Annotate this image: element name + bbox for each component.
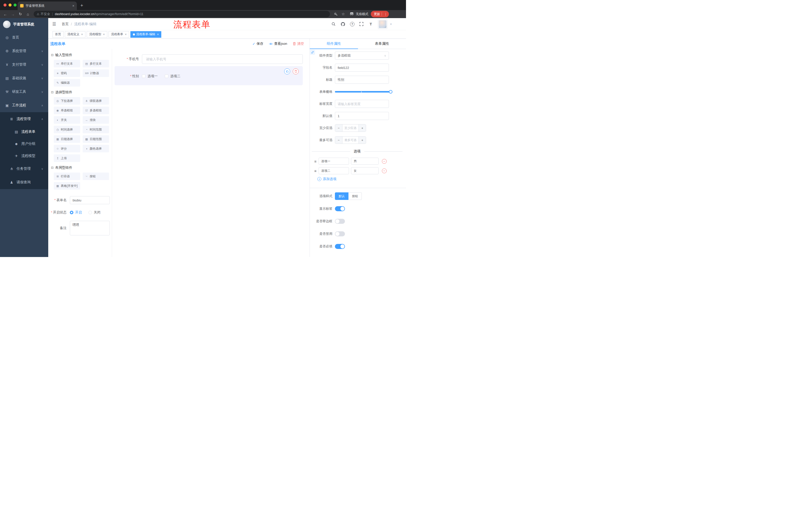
remove-option-button[interactable]: −: [382, 168, 387, 173]
tag-process-form[interactable]: 流程表单 ×: [109, 31, 129, 38]
option-name-input[interactable]: [319, 167, 349, 174]
gender-option1-checkbox[interactable]: 选项一: [142, 74, 158, 78]
option-value-input[interactable]: [351, 167, 379, 174]
sidebar-item-process-model[interactable]: ✈ 流程模型: [0, 150, 48, 162]
help-icon[interactable]: ?: [350, 22, 355, 27]
copy-component-button[interactable]: [284, 69, 290, 75]
decrease-button[interactable]: −: [335, 137, 343, 143]
tag-close-icon[interactable]: ×: [103, 33, 105, 36]
default-value-input[interactable]: [335, 112, 389, 120]
chip-upload[interactable]: ↥上传: [54, 154, 80, 162]
status-on-radio[interactable]: 开启: [70, 210, 82, 215]
browser-tab[interactable]: 芋道管理系统 ×: [18, 1, 77, 10]
window-zoom-button[interactable]: [13, 3, 17, 6]
github-icon[interactable]: [341, 22, 345, 27]
field-name-input[interactable]: [335, 64, 389, 72]
link-icon[interactable]: [310, 50, 315, 55]
chip-counter[interactable]: 123计数器: [83, 70, 109, 77]
chip-time-range[interactable]: ◔时间范围: [83, 126, 109, 133]
disabled-switch[interactable]: [335, 231, 345, 236]
slider-handle[interactable]: [389, 90, 393, 93]
back-button[interactable]: ←: [1, 10, 9, 18]
chip-password[interactable]: ∗密码: [54, 70, 80, 77]
browser-menu-icon[interactable]: ⋮: [383, 12, 388, 16]
font-size-icon[interactable]: T: [368, 22, 373, 27]
chip-table[interactable]: ▦表格[开发中]: [54, 182, 80, 190]
chip-switch[interactable]: ◐开关: [54, 116, 80, 124]
chip-date-picker[interactable]: ▦日期选择: [54, 135, 80, 143]
option-style-default-button[interactable]: 默认: [335, 192, 348, 200]
increase-button[interactable]: +: [358, 125, 366, 132]
chip-cascader[interactable]: ⋔级联选择: [83, 97, 109, 105]
chip-radio-group[interactable]: ◉单选框组: [54, 107, 80, 114]
chip-button[interactable]: ☞按钮: [83, 172, 109, 180]
update-button[interactable]: 更新 ⋮: [371, 11, 389, 17]
min-select-placeholder[interactable]: 至少应选: [343, 125, 358, 132]
sidebar-item-process-form[interactable]: ▤ 流程表单: [0, 126, 48, 138]
sidebar-item-home[interactable]: ◎ 首页: [0, 31, 48, 44]
sidebar-item-system[interactable]: ⚙ 系统管理 ∨: [0, 44, 48, 58]
home-button[interactable]: ⌂: [24, 10, 32, 18]
password-key-icon[interactable]: [332, 10, 340, 18]
increase-button[interactable]: +: [358, 137, 366, 143]
delete-component-button[interactable]: [293, 69, 299, 75]
chip-multi-line-text[interactable]: ▤多行文本: [83, 60, 109, 67]
avatar-chevron-down-icon[interactable]: ∨: [390, 22, 392, 26]
tag-close-icon[interactable]: ×: [125, 33, 127, 36]
tag-process-form-edit[interactable]: 流程表单-编辑 ×: [130, 31, 161, 38]
window-close-button[interactable]: [3, 3, 6, 6]
gender-option2-checkbox[interactable]: 选项二: [165, 74, 181, 78]
address-bar[interactable]: ⚠ 不安全 dashboard.yudao.iocoder.cn/bpm/man…: [34, 11, 330, 17]
status-off-radio[interactable]: 关闭: [88, 210, 100, 215]
phone-field-row[interactable]: *手机号: [115, 54, 303, 64]
form-canvas[interactable]: *手机号: [112, 49, 310, 257]
breadcrumb-home[interactable]: 首页: [62, 22, 68, 26]
remark-textarea[interactable]: 嘿嘿: [70, 221, 110, 235]
forward-button[interactable]: →: [9, 10, 17, 18]
option-style-button-button[interactable]: 按钮: [348, 192, 362, 200]
sidebar-toggle-icon[interactable]: ☰: [52, 21, 56, 27]
chip-date-range[interactable]: ▩日期范围: [83, 135, 109, 143]
tag-process-definition[interactable]: 流程定义 ×: [65, 31, 85, 38]
add-option-button[interactable]: + 添加选项: [317, 177, 406, 181]
sidebar-item-infra[interactable]: ▤ 基础设施 ∨: [0, 72, 48, 85]
option-value-input[interactable]: [351, 158, 379, 165]
chip-rate[interactable]: ☆评分: [54, 145, 80, 153]
save-button[interactable]: ✓ 保存: [253, 42, 264, 46]
tab-close-icon[interactable]: ×: [72, 4, 75, 8]
drag-handle-icon[interactable]: ≡: [314, 159, 317, 163]
chip-color-picker[interactable]: ◑颜色选择: [83, 145, 109, 153]
tab-form-props[interactable]: 表单属性: [358, 39, 406, 49]
phone-input[interactable]: [142, 54, 303, 64]
sidebar-item-payment[interactable]: ¥ 支付管理 ∨: [0, 58, 48, 72]
search-icon[interactable]: [331, 22, 336, 27]
sidebar-item-process-management[interactable]: ≣ 流程管理 ∧: [0, 112, 48, 126]
sidebar-item-task-management[interactable]: ⋔ 任务管理 ∨: [0, 162, 48, 175]
option-name-input[interactable]: [319, 158, 349, 165]
tag-process-model[interactable]: 流程模型 ×: [87, 31, 107, 38]
required-switch[interactable]: [335, 244, 345, 249]
chip-editor[interactable]: ✎编辑器: [54, 79, 80, 86]
window-minimize-button[interactable]: [8, 3, 11, 6]
selected-component[interactable]: *性别 选项一 选项二: [115, 66, 303, 85]
gender-field-row[interactable]: *性别 选项一 选项二: [115, 74, 303, 78]
view-json-button[interactable]: 查看json: [269, 42, 287, 46]
form-grid-slider[interactable]: [335, 88, 392, 96]
bookmark-star-icon[interactable]: ☆: [340, 10, 347, 18]
border-switch[interactable]: [335, 219, 345, 224]
tag-home[interactable]: 首页: [53, 31, 63, 38]
new-tab-button[interactable]: +: [80, 3, 83, 8]
decrease-button[interactable]: −: [335, 125, 343, 132]
tab-component-props[interactable]: 组件属性: [310, 39, 358, 49]
sidebar-item-user-group[interactable]: ☻ 用户分组: [0, 138, 48, 150]
max-select-placeholder[interactable]: 最多可选: [343, 137, 358, 143]
tag-close-icon[interactable]: ×: [157, 33, 159, 36]
title-input[interactable]: [335, 76, 389, 84]
chip-single-line-text[interactable]: ▭单行文本: [54, 60, 80, 67]
chip-checkbox-group[interactable]: ☑多选框组: [83, 107, 109, 114]
chip-slider[interactable]: ↔滑块: [83, 116, 109, 124]
clear-button[interactable]: 清空: [293, 42, 304, 46]
user-avatar[interactable]: [378, 19, 388, 29]
remove-option-button[interactable]: −: [382, 159, 387, 164]
component-type-select[interactable]: 多选框组 ∨: [335, 52, 389, 60]
